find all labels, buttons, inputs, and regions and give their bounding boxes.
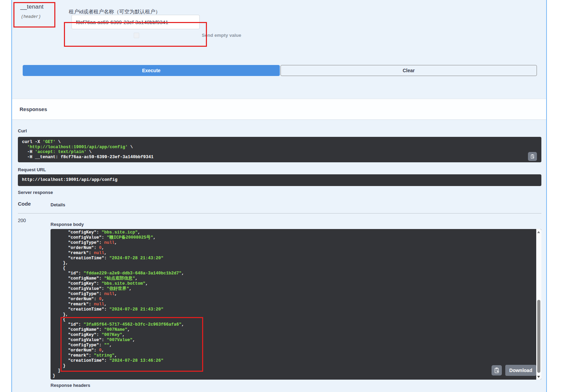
opblock-get: __tenant (header) 租户id或者租户名称（可空为默认租户） Se… <box>11 0 547 392</box>
status-code: 200 <box>18 218 26 223</box>
scrollbar-thumb[interactable] <box>537 300 540 373</box>
send-empty-value-label: Send empty value <box>202 33 241 38</box>
tenant-input[interactable] <box>71 15 200 29</box>
response-body-label: Response body <box>51 222 84 227</box>
details-column-header: Details <box>51 202 65 207</box>
send-empty-value-checkbox[interactable] <box>134 33 139 38</box>
parameter-description: 租户id或者租户名称（可空为默认租户） <box>69 9 161 15</box>
copy-curl-button[interactable] <box>528 152 537 161</box>
copy-icon <box>494 367 500 373</box>
responses-title: Responses <box>20 106 47 112</box>
response-body-block: "configKey": "bbs.site.icp", "configValu… <box>51 229 541 380</box>
server-response-label: Server response <box>18 190 53 195</box>
scroll-up-icon[interactable] <box>537 231 540 233</box>
request-url-label: Request URL <box>18 167 46 172</box>
curl-label: Curl <box>18 128 27 133</box>
parameter-name: __tenant <box>20 3 44 10</box>
code-column-header: Code <box>18 201 31 207</box>
responses-body: Curl curl -X 'GET' \ 'http://localhost:1… <box>12 119 546 392</box>
request-url-block: http://localhost:19001/api/app/config <box>18 174 541 186</box>
swagger-operation-page: __tenant (header) 租户id或者租户名称（可空为默认租户） Se… <box>0 0 573 392</box>
clear-button[interactable]: Clear <box>280 65 537 76</box>
execute-button[interactable]: Execute <box>23 65 280 76</box>
copy-response-button[interactable] <box>492 365 502 375</box>
table-divider <box>18 213 541 214</box>
copy-icon <box>530 154 535 159</box>
curl-command-block: curl -X 'GET' \ 'http://localhost:19001/… <box>18 137 541 162</box>
download-button[interactable]: Download <box>505 365 536 376</box>
response-json: "configKey": "bbs.site.icp", "configValu… <box>53 230 541 379</box>
parameter-location: (header) <box>21 14 41 19</box>
response-scrollbar[interactable] <box>536 229 541 380</box>
scroll-down-icon[interactable] <box>537 376 540 378</box>
responses-section-header: Responses <box>12 99 546 119</box>
response-headers-label: Response headers <box>51 383 90 388</box>
